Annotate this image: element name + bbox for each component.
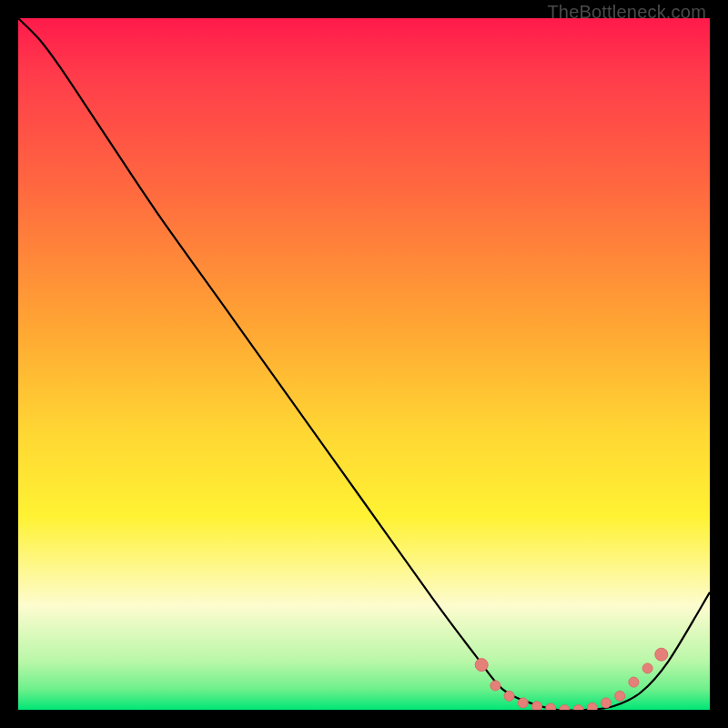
chart-frame: TheBottleneck.com — [0, 0, 728, 728]
highlight-marker — [532, 702, 542, 710]
highlight-marker — [615, 691, 625, 701]
plot-area — [18, 18, 710, 710]
highlight-marker — [546, 703, 556, 710]
highlight-marker — [602, 698, 612, 708]
highlight-marker — [587, 703, 597, 710]
highlight-marker — [518, 698, 528, 708]
highlight-marker — [642, 663, 652, 673]
highlight-marker — [629, 677, 639, 687]
highlight-marker — [475, 659, 488, 672]
highlight-marker — [573, 705, 583, 711]
highlight-marker — [560, 705, 570, 711]
highlight-markers-group — [475, 648, 668, 710]
bottleneck-curve-line — [18, 18, 710, 710]
highlight-marker — [655, 648, 668, 661]
highlight-marker — [504, 691, 514, 701]
curve-svg — [18, 18, 710, 710]
highlight-marker — [490, 681, 500, 691]
